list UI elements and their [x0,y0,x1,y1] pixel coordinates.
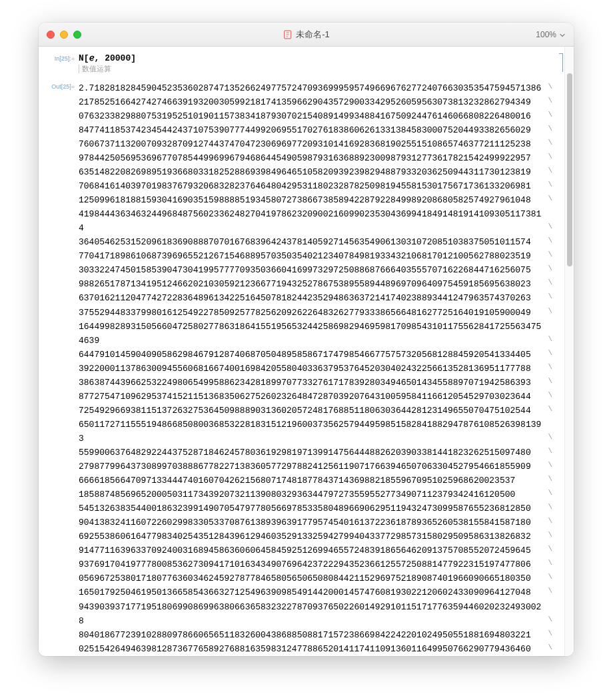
input-hint: 数值运算 [79,65,546,73]
close-button[interactable] [47,31,55,39]
output-line: 6370162112047742722836489613422516450781… [79,291,546,305]
input-cell[interactable]: In[25]:= N[ℯ, 20000] 数值运算 [39,53,558,81]
output-line: 5599006376482922443752871846245780361929… [79,446,546,460]
output-line: 9882651787134195124662021030592123667719… [79,277,546,291]
notebook-body: In[25]:= N[ℯ, 20000] 数值运算 Out[25]= 2.718… [39,47,574,656]
output-line: 3640546253152096183690888707016768396424… [79,235,546,249]
output-line: 3755294483379980161254922785092577825620… [79,306,546,320]
output-line: 2178525166427427466391932003059921817413… [79,95,546,109]
output-line: 6925538606164779834025435128439612946035… [79,529,546,543]
output-line: 8040186772391028809786606565118326004386… [79,628,546,642]
content-area[interactable]: In[25]:= N[ℯ, 20000] 数值运算 Out[25]= 2.718… [39,47,558,656]
window-title-container: 未命名-1 [283,29,330,41]
output-line: 7704171898610687396965521267154688957035… [79,249,546,263]
zoom-control[interactable]: 100% [536,30,574,39]
chevron-down-icon [559,31,566,38]
notebook-window: 未命名-1 100% In[25]:= N[ℯ, 20000] 数值运算 Out… [39,23,574,656]
output-line: 3922000113786300945560681667400169842055… [79,362,546,376]
output-line: 9376917041977780085362730941710163434907… [79,557,546,571]
output-line: 6666185664709713344474016070426215680717… [79,474,546,488]
input-code[interactable]: N[ℯ, 20000] [79,53,546,64]
output-line: 9147711639633709240031689458636060645845… [79,543,546,557]
output-line: 8477411853742345442437107539077744992069… [79,123,546,137]
input-label: In[25]:= [39,53,79,62]
titlebar: 未命名-1 100% [39,23,574,47]
scrollbar-thumb[interactable] [567,73,572,266]
notebook-icon [283,30,292,39]
output-line: 7606737113200709328709127443747047230696… [79,137,546,151]
output-line: 4198444363463244968487560233624827041978… [79,207,546,235]
output-line: 7068416140397019837679320683282376464804… [79,179,546,193]
output-line: 3863874439662532249806549958862342818997… [79,376,546,390]
output-line: 5451326383544001863239914907054797780566… [79,502,546,516]
output-line: 0251542649463981287367765892768816359831… [79,642,546,656]
output-line: 2.71828182845904523536028747135266249775… [79,81,546,95]
output-line: 9439039371771951806990869963806636583232… [79,600,546,628]
output-line: 6447910145904090586298467912874068705048… [79,348,546,362]
output-line: 8772754710962953741521151368350627526023… [79,390,546,404]
cell-bracket[interactable] [559,53,563,72]
window-title: 未命名-1 [296,29,330,41]
output-line: 6351482208269895193668033182528869398496… [79,165,546,179]
output-line: 2798779964373089970388867782271383605772… [79,460,546,474]
output-line: 1644998289315056604725802778631864155195… [79,320,546,348]
traffic-lights [39,31,81,39]
output-line: 1858874856965200050311734392073211390803… [79,488,546,502]
maximize-button[interactable] [73,31,81,39]
output-line: 6501172711555194866850800368532281831512… [79,418,546,446]
output-line: 3033224745015853904730419957777093503660… [79,263,546,277]
output-value: 2.71828182845904523536028747135266249775… [79,81,546,656]
output-line: 1650179250461950136658543663271254963909… [79,585,546,599]
output-line: 0763233829880753195251019011573834187930… [79,109,546,123]
output-label: Out[25]= [39,81,79,90]
cell-brackets[interactable] [558,47,564,656]
minimize-button[interactable] [60,31,68,39]
output-line: 0569672538017180776360346245927877846580… [79,571,546,585]
output-line: 9784425056953696770785449969967946864454… [79,151,546,165]
output-line: 9041383241160722602998330533708761389396… [79,516,546,529]
zoom-label: 100% [536,30,556,39]
output-line: 1250996181881593041690351598888519345807… [79,193,546,207]
output-cell[interactable]: Out[25]= 2.71828182845904523536028747135… [39,81,558,656]
output-line: 7254929669381151372632753645098889031360… [79,404,546,418]
scrollbar-track[interactable] [564,47,574,656]
